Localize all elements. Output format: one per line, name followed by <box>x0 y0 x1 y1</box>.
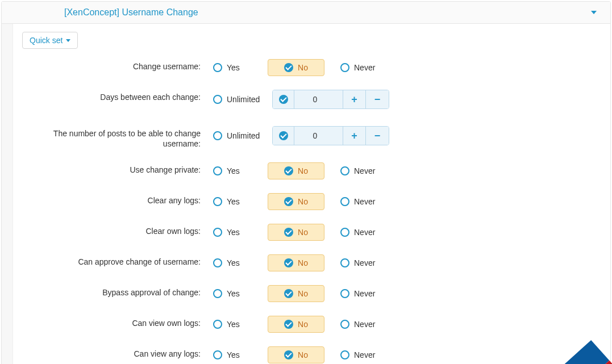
option-label: Yes <box>227 63 240 72</box>
stepper-plus-button[interactable]: + <box>343 127 366 145</box>
radio-icon <box>340 63 349 72</box>
panel-header[interactable]: [XenConcept] Username Change <box>2 2 610 24</box>
stepper-selected-icon[interactable] <box>273 127 294 145</box>
radio-icon <box>340 289 349 298</box>
setting-options: YesNoNever <box>206 341 390 363</box>
radio-checked-icon <box>284 289 293 298</box>
collapse-caret-icon[interactable] <box>591 11 597 14</box>
radio-icon <box>340 258 349 267</box>
radio-icon <box>213 350 222 359</box>
quick-set-button[interactable]: Quick set <box>22 32 78 49</box>
stepper-minus-button[interactable]: − <box>366 90 389 108</box>
option-never[interactable]: Never <box>334 224 390 240</box>
option-label: No <box>298 289 308 298</box>
option-yes[interactable]: Yes <box>206 347 263 363</box>
radio-icon <box>213 228 222 237</box>
setting-label: Change username: <box>13 53 206 72</box>
setting-options: Unlimited0+− <box>206 120 389 145</box>
option-never[interactable]: Never <box>334 286 390 302</box>
option-label: No <box>298 320 308 329</box>
stepper-plus-button[interactable]: + <box>343 90 366 108</box>
option-yes[interactable]: Yes <box>206 60 263 76</box>
setting-label: The number of posts to be able to change… <box>13 120 206 149</box>
setting-row: Change username:YesNoNever <box>13 53 610 84</box>
option-yes[interactable]: Yes <box>206 163 263 179</box>
radio-icon <box>213 258 222 267</box>
stepper-minus-button[interactable]: − <box>366 127 389 145</box>
option-never[interactable]: Never <box>334 60 390 76</box>
option-no[interactable]: No <box>268 162 324 179</box>
option-yes[interactable]: Yes <box>206 194 263 210</box>
option-never[interactable]: Never <box>334 255 390 271</box>
radio-icon <box>213 95 222 104</box>
quick-set-label: Quick set <box>30 36 63 45</box>
option-yes[interactable]: Yes <box>206 286 263 302</box>
setting-label: Use change private: <box>13 157 206 175</box>
panel-body: Quick set Change username:YesNoNeverDays… <box>2 24 610 364</box>
option-label: Never <box>354 197 375 206</box>
option-never[interactable]: Never <box>334 347 390 363</box>
radio-icon <box>213 197 222 206</box>
radio-icon <box>340 228 349 237</box>
radio-icon <box>213 131 222 140</box>
chevron-down-icon <box>66 39 70 42</box>
radio-icon <box>213 63 222 72</box>
option-label: Never <box>354 63 375 72</box>
stepper-value[interactable]: 0 <box>294 90 343 108</box>
option-label: Never <box>354 289 375 298</box>
option-no[interactable]: No <box>268 316 324 333</box>
option-label: No <box>298 197 308 206</box>
setting-options: Unlimited0+− <box>206 84 389 109</box>
option-no[interactable]: No <box>268 193 324 210</box>
setting-options: YesNoNever <box>206 187 390 210</box>
radio-icon <box>213 320 222 329</box>
option-label: Yes <box>227 197 240 206</box>
radio-checked-icon <box>284 228 293 237</box>
option-unlimited[interactable]: Unlimited <box>206 91 268 107</box>
radio-checked-icon <box>284 197 293 206</box>
setting-row: Use change private:YesNoNever <box>13 157 610 187</box>
option-yes[interactable]: Yes <box>206 224 263 240</box>
option-yes[interactable]: Yes <box>206 316 263 332</box>
setting-options: YesNoNever <box>206 53 390 76</box>
option-label: Yes <box>227 350 240 359</box>
number-stepper[interactable]: 0+− <box>272 126 389 145</box>
setting-row: Bypass approval of change:YesNoNever <box>13 279 610 310</box>
option-never[interactable]: Never <box>334 163 390 179</box>
setting-row: Can view any logs:YesNoNever <box>13 341 610 364</box>
setting-row: Clear any logs:YesNoNever <box>13 187 610 218</box>
option-yes[interactable]: Yes <box>206 255 263 271</box>
setting-label: Clear own logs: <box>13 218 206 236</box>
option-never[interactable]: Never <box>334 316 390 332</box>
option-never[interactable]: Never <box>334 194 390 210</box>
option-no[interactable]: No <box>268 254 324 271</box>
option-label: No <box>298 166 308 175</box>
option-label: Unlimited <box>227 131 260 140</box>
option-no[interactable]: No <box>268 285 324 302</box>
option-no[interactable]: No <box>268 346 324 363</box>
setting-options: YesNoNever <box>206 279 390 302</box>
option-label: No <box>298 350 308 359</box>
setting-label: Clear any logs: <box>13 187 206 206</box>
rows-container: Change username:YesNoNeverDays between e… <box>13 53 610 364</box>
option-no[interactable]: No <box>268 224 324 241</box>
radio-checked-icon <box>284 320 293 329</box>
stepper-selected-icon[interactable] <box>273 90 294 108</box>
option-label: No <box>298 228 308 237</box>
option-label: No <box>298 258 308 267</box>
stepper-value[interactable]: 0 <box>294 127 343 145</box>
radio-checked-icon <box>284 350 293 359</box>
radio-checked-icon <box>284 166 293 175</box>
setting-row: The number of posts to be able to change… <box>13 120 610 157</box>
option-no[interactable]: No <box>268 59 324 76</box>
option-label: Never <box>354 228 375 237</box>
setting-options: YesNoNever <box>206 157 390 179</box>
option-label: Yes <box>227 228 240 237</box>
setting-label: Bypass approval of change: <box>13 279 206 298</box>
radio-checked-icon <box>284 258 293 267</box>
option-unlimited[interactable]: Unlimited <box>206 128 268 144</box>
settings-panel: [XenConcept] Username Change Quick set C… <box>1 1 611 364</box>
number-stepper[interactable]: 0+− <box>272 90 389 109</box>
option-label: Yes <box>227 289 240 298</box>
radio-icon <box>340 166 349 175</box>
